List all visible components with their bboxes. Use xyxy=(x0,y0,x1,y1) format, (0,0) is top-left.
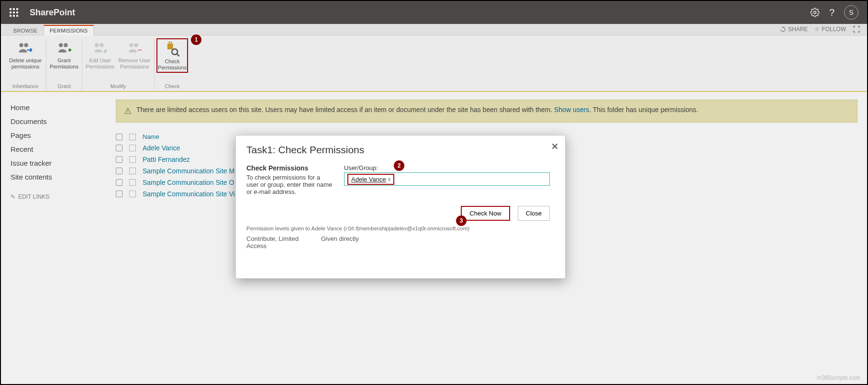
lbl2: Permissions xyxy=(50,64,78,69)
tab-strip-right: SHARE ☆ FOLLOW xyxy=(779,25,860,33)
show-users-link[interactable]: Show users xyxy=(554,106,589,113)
remove-user-permissions-button[interactable]: Remove UserPermissions xyxy=(117,38,152,71)
type-icon xyxy=(129,168,136,174)
delete-unique-permissions-button[interactable]: Delete uniquepermissions xyxy=(7,38,44,71)
user-group-input[interactable]: Adele Vance x xyxy=(344,172,550,186)
pill-name: Adele Vance xyxy=(351,176,386,183)
edit-links-button[interactable]: ✎ EDIT LINKS xyxy=(11,193,87,200)
lbl1: Edit User xyxy=(89,57,111,63)
step-badge-3: 3 xyxy=(456,215,467,226)
pill-remove-icon[interactable]: x xyxy=(388,176,391,182)
warning-icon: ⚠ xyxy=(124,106,132,116)
type-icon xyxy=(129,145,136,151)
ribbon: Delete uniquepermissions Inheritance Gra… xyxy=(1,35,867,92)
share-icon xyxy=(779,26,786,33)
share-button[interactable]: SHARE xyxy=(779,26,808,33)
tab-strip: BROWSE PERMISSIONS SHARE ☆ FOLLOW xyxy=(1,24,867,35)
svg-point-3 xyxy=(59,43,63,47)
column-name[interactable]: Name xyxy=(143,133,159,140)
nav-documents[interactable]: Documents xyxy=(11,114,87,128)
nav-issue-tracker[interactable]: Issue tracker xyxy=(11,156,87,170)
dialog-close-button[interactable]: ✕ xyxy=(551,141,558,152)
dialog-title: Task1: Check Permissions xyxy=(246,144,555,156)
dialog-section-title: Check Permissions xyxy=(246,164,333,172)
people-pill: Adele Vance x xyxy=(347,174,394,185)
principal-link[interactable]: Patti Fernandez xyxy=(143,156,190,163)
nav-pages[interactable]: Pages xyxy=(11,128,87,142)
follow-button[interactable]: ☆ FOLLOW xyxy=(814,26,846,33)
lbl2: permissions xyxy=(11,64,40,69)
principal-link[interactable]: Sample Communication Site M xyxy=(143,167,234,175)
row-checkbox[interactable] xyxy=(116,168,122,174)
share-label: SHARE xyxy=(788,26,808,33)
row-checkbox[interactable] xyxy=(116,179,122,186)
tab-permissions[interactable]: PERMISSIONS xyxy=(44,25,94,35)
user-group-label: User/Group: xyxy=(344,164,378,171)
people-plus-icon xyxy=(56,40,72,57)
nav-recent[interactable]: Recent xyxy=(11,142,87,156)
dialog-left: Check Permissions To check permissions f… xyxy=(246,164,333,221)
result-level: Contribute, Limited Access xyxy=(246,235,309,249)
lbl2: Permissions xyxy=(120,64,149,69)
step-badge-2: 2 xyxy=(394,160,404,171)
result-given: Given directly xyxy=(321,235,359,249)
select-all-checkbox[interactable] xyxy=(116,134,122,140)
svg-point-1 xyxy=(19,43,23,47)
svg-point-4 xyxy=(64,43,68,47)
lbl1: Delete unique xyxy=(9,57,42,63)
ribbon-group-label: Inheritance xyxy=(12,82,38,91)
close-button[interactable]: Close xyxy=(518,206,550,221)
lock-magnifier-icon xyxy=(164,41,180,57)
ribbon-group-grant: GrantPermissions Grant xyxy=(46,38,82,91)
people-arrow-icon xyxy=(17,40,33,57)
nav-home[interactable]: Home xyxy=(11,101,87,114)
check-now-button[interactable]: Check Now xyxy=(461,206,510,221)
star-icon: ☆ xyxy=(814,26,820,33)
suite-bar: SharePoint ? S xyxy=(1,1,867,24)
principal-link[interactable]: Sample Communication Site O xyxy=(143,179,234,186)
help-icon[interactable]: ? xyxy=(829,7,835,18)
svg-point-7 xyxy=(129,43,134,47)
ribbon-group-label: Check xyxy=(165,82,179,91)
principal-link[interactable]: Sample Communication Site Vi xyxy=(143,190,235,198)
row-checkbox[interactable] xyxy=(116,145,122,151)
lbl1: Grant xyxy=(57,57,71,63)
svg-point-5 xyxy=(95,43,99,47)
dialog-right: User/Group: 2 Adele Vance x 3 Check Now … xyxy=(344,164,555,221)
edit-user-permissions-button[interactable]: Edit UserPermissions xyxy=(84,38,116,71)
svg-point-11 xyxy=(172,49,178,55)
focus-icon[interactable] xyxy=(853,25,860,33)
svg-point-0 xyxy=(813,11,816,14)
permissions-notice: ⚠ There are limited access users on this… xyxy=(116,100,857,123)
app-launcher-icon[interactable] xyxy=(10,8,18,17)
grant-permissions-button[interactable]: GrantPermissions xyxy=(48,38,80,71)
row-checkbox[interactable] xyxy=(116,156,122,163)
svg-point-8 xyxy=(134,43,138,47)
edit-links-label: EDIT LINKS xyxy=(18,193,49,200)
check-permissions-button[interactable]: CheckPermissions xyxy=(156,38,188,73)
suite-left: SharePoint xyxy=(10,8,75,18)
check-permissions-dialog: Task1: Check Permissions ✕ Check Permiss… xyxy=(235,135,566,279)
people-edit-icon xyxy=(92,40,108,57)
pencil-icon: ✎ xyxy=(11,193,15,200)
left-nav: Home Documents Pages Recent Issue tracke… xyxy=(1,92,97,384)
ribbon-group-inheritance: Delete uniquepermissions Inheritance xyxy=(5,38,46,91)
nav-site-contents[interactable]: Site contents xyxy=(11,170,87,184)
dialog-result-header: Permission levels given to Adele Vance (… xyxy=(246,226,555,231)
dialog-result-details: Contribute, Limited Access Given directl… xyxy=(246,235,555,249)
tab-browse[interactable]: BROWSE xyxy=(8,26,44,35)
user-avatar[interactable]: S xyxy=(844,5,858,20)
principal-link[interactable]: Adele Vance xyxy=(143,144,180,152)
ribbon-group-modify: Edit UserPermissions Remove UserPermissi… xyxy=(82,38,155,91)
settings-gear-icon[interactable] xyxy=(810,8,820,17)
row-checkbox[interactable] xyxy=(116,191,122,197)
lbl1: Remove User xyxy=(118,57,150,63)
ribbon-group-label: Grant xyxy=(57,82,71,91)
suite-right: ? S xyxy=(810,5,858,20)
ribbon-group-check: CheckPermissions Check 1 xyxy=(155,38,190,91)
lbl2: Permissions xyxy=(158,65,187,70)
svg-point-2 xyxy=(24,43,28,47)
svg-rect-10 xyxy=(169,42,171,45)
app-name: SharePoint xyxy=(30,8,75,18)
lbl1: Check xyxy=(165,58,179,64)
